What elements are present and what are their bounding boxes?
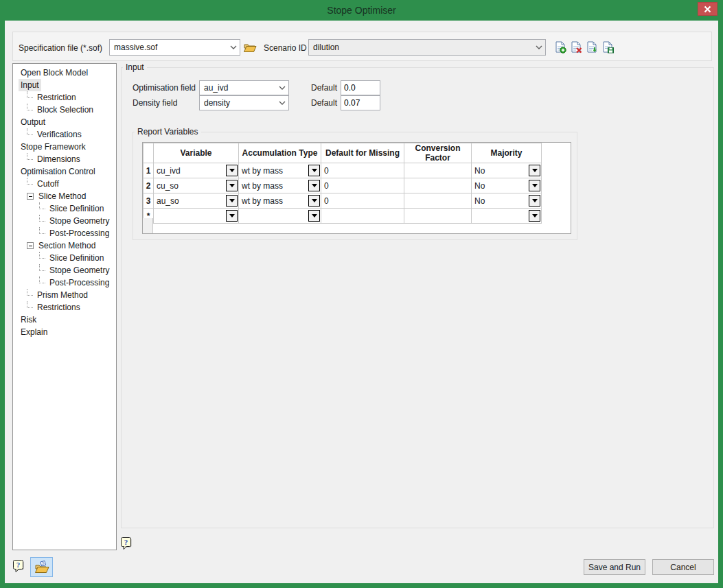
cell-dropdown-button[interactable] <box>226 165 238 176</box>
density-default-label: Default <box>311 98 337 108</box>
cell-conversion-factor[interactable] <box>404 178 472 193</box>
cell-dropdown-button[interactable] <box>226 195 238 207</box>
dropdown-arrow-icon <box>532 199 538 202</box>
tree-item-output[interactable]: Output <box>13 116 116 128</box>
optimisation-default-label: Default <box>311 83 337 93</box>
tree-item-dimensions[interactable]: Dimensions <box>13 153 116 165</box>
scenario-id-value: dilution <box>309 43 533 52</box>
help-button-panel[interactable]: ? <box>120 537 133 553</box>
cell-dropdown-button[interactable] <box>226 210 238 222</box>
cell-majority[interactable] <box>472 209 542 224</box>
tree-item-post-processing-2[interactable]: Post-Processing <box>13 277 116 289</box>
tree-item-verifications[interactable]: Verifications <box>13 128 116 141</box>
table-row-new: * <box>144 209 542 224</box>
collapse-icon[interactable] <box>27 242 34 249</box>
tree-item-prism-method[interactable]: Prism Method <box>13 289 116 301</box>
tree-item-restrictions[interactable]: Restrictions <box>13 301 116 314</box>
cell-default-for-missing[interactable]: 0 <box>321 193 404 209</box>
tree-item-risk[interactable]: Risk <box>13 314 116 326</box>
tree-item-input[interactable]: Input <box>13 79 116 91</box>
cell-accumulation-type[interactable]: wt by mass <box>239 178 321 193</box>
scenario-id-label: Scenario ID <box>264 43 307 53</box>
chevron-down-icon <box>276 86 288 90</box>
import-scenario-button[interactable] <box>585 40 599 55</box>
row-header[interactable]: 1 <box>144 163 154 178</box>
cell-dropdown-button[interactable] <box>529 180 540 191</box>
col-header-rownum <box>144 143 154 163</box>
tree-item-cutoff[interactable]: Cutoff <box>13 178 116 190</box>
cell-default-for-missing[interactable]: 0 <box>321 178 404 193</box>
chevron-down-icon <box>276 101 288 105</box>
tree-item-optimisation-control[interactable]: Optimisation Control <box>13 165 116 178</box>
cell-accumulation-type[interactable]: wt by mass <box>239 193 321 209</box>
tree-item-post-processing[interactable]: Post-Processing <box>13 227 116 239</box>
row-header[interactable]: 3 <box>144 193 154 209</box>
table-row: 2 cu_so wt by mass 0 No <box>144 178 542 193</box>
cell-dropdown-button[interactable] <box>529 165 540 176</box>
help-icon: ? <box>12 559 25 574</box>
new-scenario-button[interactable] <box>553 40 568 55</box>
tree-item-stope-geometry[interactable]: Stope Geometry <box>13 215 116 227</box>
spec-file-value: massive.sof <box>110 43 227 52</box>
dropdown-arrow-icon <box>532 169 538 172</box>
close-button[interactable] <box>698 2 718 16</box>
cell-conversion-factor[interactable] <box>404 209 472 224</box>
cell-conversion-factor[interactable] <box>404 193 472 209</box>
tree-item-explain[interactable]: Explain <box>13 326 116 338</box>
dropdown-arrow-icon <box>532 214 538 217</box>
row-header[interactable]: 2 <box>144 178 154 193</box>
stope-optimiser-dialog: Stope Optimiser Specification file (*.so… <box>0 0 723 588</box>
density-field-combobox[interactable]: density <box>199 95 289 110</box>
tree-item-restriction[interactable]: Restriction <box>13 91 116 104</box>
help-button-dialog[interactable]: ? <box>12 559 25 576</box>
cell-variable[interactable]: cu_so <box>154 178 239 193</box>
tree-item-stope-framework[interactable]: Stope Framework <box>13 141 116 153</box>
cancel-button[interactable]: Cancel <box>652 559 714 575</box>
save-scenario-button[interactable] <box>601 40 615 55</box>
cell-dropdown-button[interactable] <box>308 210 320 222</box>
cell-dropdown-button[interactable] <box>226 180 238 191</box>
cell-variable[interactable]: cu_ivd <box>154 163 239 178</box>
cell-conversion-factor[interactable] <box>404 163 472 178</box>
navigation-tree: Open Block Model Input Restriction Block… <box>12 63 117 550</box>
delete-scenario-button[interactable] <box>569 40 584 55</box>
table-row: 1 cu_ivd wt by mass 0 No <box>144 163 542 178</box>
density-default-input[interactable] <box>341 95 380 110</box>
dropdown-arrow-icon <box>312 184 317 187</box>
col-header-default-for-missing: Default for Missing <box>321 143 404 163</box>
tree-item-slice-definition-2[interactable]: Slice Definition <box>13 252 116 264</box>
cell-majority[interactable]: No <box>472 163 542 178</box>
cell-dropdown-button[interactable] <box>529 195 540 207</box>
cell-variable[interactable]: au_so <box>154 193 239 209</box>
tree-item-section-method[interactable]: Section Method <box>13 239 116 252</box>
dropdown-arrow-icon <box>532 184 538 187</box>
chevron-down-icon <box>533 45 545 49</box>
open-working-folder-button[interactable] <box>30 557 53 577</box>
cell-variable[interactable] <box>154 209 239 224</box>
cell-dropdown-button[interactable] <box>308 165 320 176</box>
cell-default-for-missing[interactable] <box>321 209 404 224</box>
cell-majority[interactable]: No <box>472 178 542 193</box>
col-header-conversion-factor: Conversion Factor <box>404 143 472 163</box>
tree-item-slice-method[interactable]: Slice Method <box>13 190 116 202</box>
cell-dropdown-button[interactable] <box>308 180 320 191</box>
tree-item-stope-geometry-2[interactable]: Stope Geometry <box>13 264 116 277</box>
browse-spec-file-button[interactable] <box>242 40 257 55</box>
cell-accumulation-type[interactable] <box>239 209 321 224</box>
optimisation-default-input[interactable] <box>341 80 380 95</box>
optimisation-field-combobox[interactable]: au_ivd <box>199 80 289 95</box>
spec-file-combobox[interactable]: massive.sof <box>109 39 240 56</box>
tree-item-open-block-model[interactable]: Open Block Model <box>13 67 116 79</box>
save-and-run-button[interactable]: Save and Run <box>584 559 645 575</box>
tree-item-block-selection[interactable]: Block Selection <box>13 104 116 116</box>
collapse-icon[interactable] <box>27 193 34 200</box>
cell-accumulation-type[interactable]: wt by mass <box>239 163 321 178</box>
cell-dropdown-button[interactable] <box>529 210 540 222</box>
cell-default-for-missing[interactable]: 0 <box>321 163 404 178</box>
scenario-id-combobox[interactable]: dilution <box>308 39 546 56</box>
cell-majority[interactable]: No <box>472 193 542 209</box>
cell-dropdown-button[interactable] <box>308 195 320 207</box>
open-folder-icon <box>243 42 257 53</box>
dropdown-arrow-icon <box>312 169 317 172</box>
tree-item-slice-definition[interactable]: Slice Definition <box>13 202 116 215</box>
